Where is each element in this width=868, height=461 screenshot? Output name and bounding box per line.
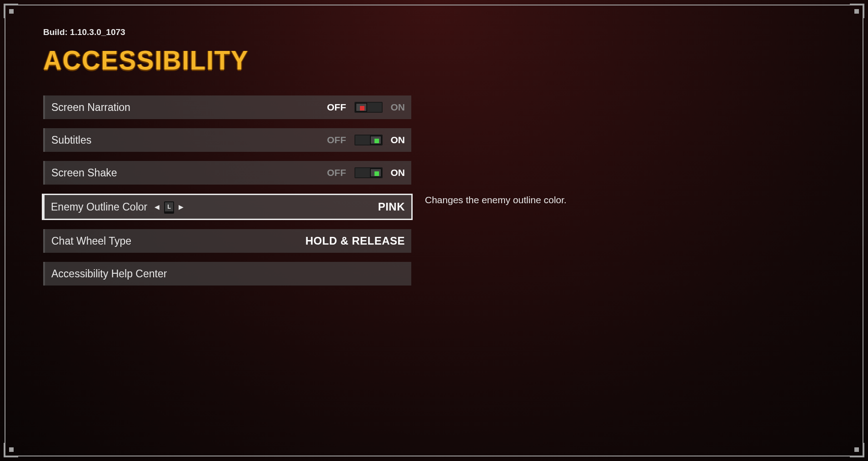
option-label: Subtitles — [51, 134, 91, 146]
toggle-subtitles[interactable]: OFF ON — [327, 135, 405, 145]
option-screen-narration[interactable]: Screen Narration OFF ON — [43, 95, 411, 119]
option-value: PINK — [378, 200, 405, 213]
options-list: Screen Narration OFF ON Subtitles OFF — [43, 95, 411, 286]
toggle-screen-shake[interactable]: OFF ON — [327, 167, 405, 178]
option-subtitles[interactable]: Subtitles OFF ON — [43, 128, 411, 152]
option-label: Screen Narration — [51, 101, 130, 114]
toggle-off-label: OFF — [327, 102, 346, 113]
toggle-off-label: OFF — [327, 167, 346, 178]
option-enemy-outline-color[interactable]: Enemy Outline Color ◀ L ▶ PINK — [42, 194, 413, 220]
left-stick-icon: L — [164, 201, 174, 212]
selector-control[interactable]: ◀ L ▶ — [155, 201, 184, 212]
option-description: Changes the enemy outline color. — [425, 195, 825, 205]
build-version-label: Build: 1.10.3.0_1073 — [43, 27, 825, 37]
toggle-screen-narration[interactable]: OFF ON — [327, 102, 405, 113]
toggle-on-label: ON — [391, 167, 405, 178]
toggle-off-label: OFF — [327, 135, 346, 145]
option-screen-shake[interactable]: Screen Shake OFF ON — [43, 161, 411, 185]
option-label: Enemy Outline Color — [51, 201, 147, 213]
arrow-left-icon: ◀ — [155, 203, 160, 210]
toggle-on-label: ON — [391, 102, 405, 113]
option-label: Chat Wheel Type — [51, 235, 131, 247]
option-accessibility-help-center[interactable]: Accessibility Help Center — [43, 262, 411, 286]
page-title: ACCESSIBILITY — [43, 45, 825, 75]
option-label: Screen Shake — [51, 167, 117, 179]
switch-icon — [354, 167, 383, 178]
switch-icon — [354, 102, 383, 113]
arrow-right-icon: ▶ — [179, 203, 184, 210]
option-label: Accessibility Help Center — [51, 268, 167, 280]
switch-icon — [354, 135, 383, 145]
toggle-on-label: ON — [391, 135, 405, 145]
option-chat-wheel-type[interactable]: Chat Wheel Type HOLD & RELEASE — [43, 229, 411, 253]
option-value: HOLD & RELEASE — [305, 235, 405, 247]
